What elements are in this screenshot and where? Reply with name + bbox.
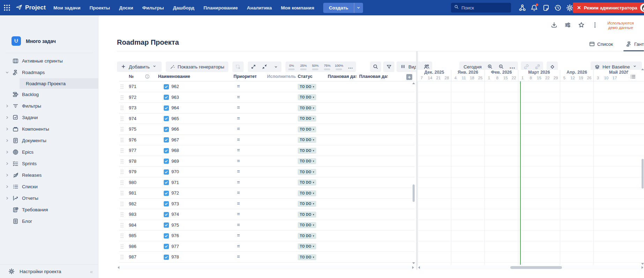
show-generators-button[interactable]: Показать генераторы <box>166 61 229 72</box>
gantt-grid[interactable] <box>417 81 644 265</box>
progress-75%-button[interactable]: 75% <box>321 61 333 72</box>
filter-button[interactable] <box>383 61 394 72</box>
download-icon[interactable] <box>551 22 557 28</box>
scroll-up-arrow[interactable] <box>641 68 644 70</box>
column-header-plan-date-start[interactable]: Плановая дат <box>328 74 356 79</box>
task-name[interactable]: 966 <box>171 126 179 132</box>
scroll-down-arrow[interactable] <box>412 262 415 264</box>
task-name[interactable]: 973 <box>171 201 179 206</box>
drag-handle-icon[interactable] <box>120 180 124 185</box>
table-row[interactable]: 984975=TO DO▾ <box>119 220 415 231</box>
priority-value[interactable]: = <box>237 222 240 228</box>
scroll-right-arrow[interactable] <box>412 266 414 269</box>
sidebar-item-project-settings[interactable]: Настройки проекта « <box>0 265 98 278</box>
task-name[interactable]: 965 <box>171 116 179 121</box>
progress-100%-button[interactable]: 100% <box>333 61 345 72</box>
status-badge[interactable]: TO DO▾ <box>298 116 316 122</box>
gantt-horizontal-scrollbar[interactable] <box>417 265 644 270</box>
column-header-number[interactable]: № <box>129 74 134 79</box>
drag-handle-icon[interactable] <box>120 212 124 217</box>
task-name[interactable]: 975 <box>171 222 179 228</box>
table-row[interactable]: 980971=TO DO▾ <box>119 177 415 188</box>
task-name[interactable]: 974 <box>171 212 179 217</box>
table-search-button[interactable] <box>370 61 381 72</box>
priority-value[interactable]: = <box>237 116 240 121</box>
progress-25%-button[interactable]: 25% <box>297 61 309 72</box>
table-row[interactable]: 986977=TO DO▾ <box>119 241 415 252</box>
drag-handle-icon[interactable] <box>120 137 124 143</box>
status-badge[interactable]: TO DO▾ <box>298 201 316 207</box>
admin-mode-button[interactable]: ✕ Режим администратора <box>573 2 644 13</box>
status-badge[interactable]: TO DO▾ <box>298 254 316 260</box>
tab-list[interactable]: Список <box>589 41 613 47</box>
scroll-right-arrow[interactable] <box>642 266 643 269</box>
priority-value[interactable]: = <box>237 254 240 259</box>
sidebar-item-отчеты[interactable]: Отчеты <box>0 192 98 204</box>
status-badge[interactable]: TO DO▾ <box>298 169 316 175</box>
info-column-icon[interactable] <box>145 74 150 79</box>
drag-handle-icon[interactable] <box>120 169 124 175</box>
status-badge[interactable]: TO DO▾ <box>298 222 316 228</box>
drag-handle-icon[interactable] <box>120 126 124 132</box>
column-header-assignee[interactable]: Исполнитель <box>267 74 296 79</box>
create-chevron-button[interactable] <box>354 3 363 13</box>
chevron-right-icon[interactable] <box>6 162 9 165</box>
priority-value[interactable]: = <box>237 180 240 185</box>
priority-value[interactable]: = <box>237 190 240 196</box>
sidebar-item-roadmaps[interactable]: Roadmaps <box>0 67 98 78</box>
task-name[interactable]: 971 <box>171 180 179 185</box>
chevron-right-icon[interactable] <box>6 127 9 131</box>
status-badge[interactable]: TO DO▾ <box>298 105 316 111</box>
app-logo[interactable]: Project <box>15 3 46 12</box>
scroll-up-arrow[interactable] <box>412 82 415 84</box>
kebab-menu-icon[interactable] <box>592 22 598 28</box>
drag-handle-icon[interactable] <box>120 116 124 122</box>
scroll-down-arrow[interactable] <box>641 263 644 265</box>
drag-handle-icon[interactable] <box>120 84 124 89</box>
task-name[interactable]: 978 <box>171 254 179 259</box>
table-row[interactable]: 985976=TO DO▾ <box>119 231 415 241</box>
topbar-menu-item[interactable]: Планирование <box>203 5 238 10</box>
column-header-priority[interactable]: Приоритет <box>234 74 257 79</box>
bell-icon[interactable] <box>531 4 538 12</box>
chevron-down-icon[interactable] <box>6 71 9 74</box>
penguin-avatar[interactable] <box>640 3 644 12</box>
sidebar-item-sprints[interactable]: Sprints <box>0 158 98 169</box>
task-name[interactable]: 968 <box>171 148 179 153</box>
sidebar-collapse-button[interactable]: « <box>90 269 92 275</box>
priority-value[interactable]: = <box>237 158 240 164</box>
tab-gantt[interactable]: Гант <box>626 41 644 47</box>
drag-handle-icon[interactable] <box>120 201 124 207</box>
sidebar-item-epics[interactable]: Epics <box>0 146 98 158</box>
scroll-left-arrow[interactable] <box>418 266 420 269</box>
priority-value[interactable]: = <box>237 211 240 217</box>
search-input[interactable] <box>461 5 503 10</box>
table-vertical-scrollbar[interactable] <box>412 82 415 264</box>
priority-value[interactable]: = <box>237 243 240 249</box>
status-badge[interactable]: TO DO▾ <box>298 190 316 196</box>
topbar-menu-item[interactable]: Аналитика <box>247 5 272 10</box>
collapse-all-button[interactable] <box>259 61 270 72</box>
status-badge[interactable]: TO DO▾ <box>298 158 316 164</box>
row-settings-icon[interactable] <box>628 72 638 81</box>
status-badge[interactable]: TO DO▾ <box>298 243 316 249</box>
topbar-menu-item[interactable]: Доски <box>119 5 133 10</box>
table-row[interactable]: 974965=TO DO▾ <box>119 114 415 124</box>
gear-icon[interactable] <box>566 4 573 12</box>
priority-value[interactable]: = <box>237 169 240 174</box>
apps-grid-icon[interactable] <box>3 4 10 11</box>
sidebar-item-задачи[interactable]: Задачи <box>0 112 98 123</box>
table-row[interactable]: 976967=TO DO▾ <box>119 135 415 146</box>
topbar-menu-item[interactable]: Моя компания <box>281 5 314 10</box>
status-badge[interactable]: TO DO▾ <box>298 148 316 154</box>
task-name[interactable]: 970 <box>171 169 179 174</box>
table-row[interactable]: 978969=TO DO▾ <box>119 156 415 167</box>
table-vscroll-thumb[interactable] <box>413 184 415 202</box>
priority-value[interactable]: = <box>237 201 240 206</box>
table-row[interactable]: 981972=TO DO▾ <box>119 188 415 199</box>
sidebar-item-компоненты[interactable]: Компоненты <box>0 123 98 135</box>
drag-handle-icon[interactable] <box>120 244 124 249</box>
drag-handle-icon[interactable] <box>120 254 124 260</box>
demo-data-note[interactable]: Используются демо данные <box>606 21 636 30</box>
status-badge[interactable]: TO DO▾ <box>298 84 316 90</box>
